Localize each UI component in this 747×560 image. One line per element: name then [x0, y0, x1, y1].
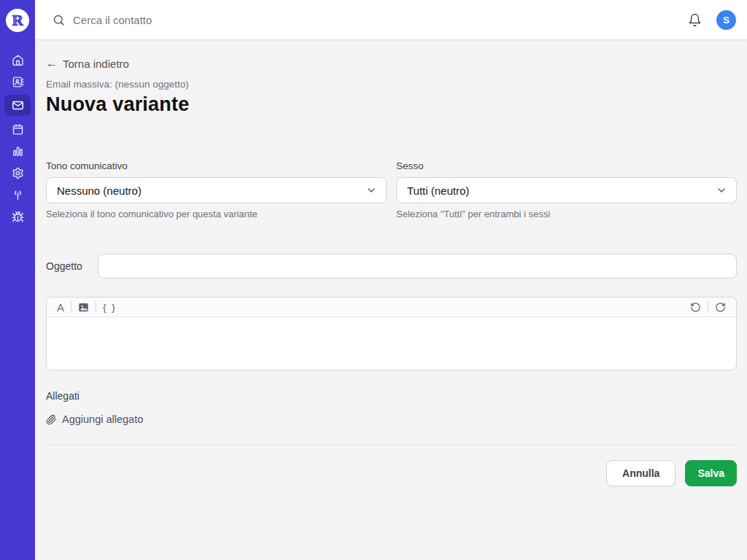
paperclip-icon — [46, 414, 57, 425]
sidebar-item-email[interactable] — [4, 95, 31, 116]
undo-icon — [690, 302, 701, 313]
text-format-button[interactable]: A — [53, 299, 68, 315]
insert-image-button[interactable] — [74, 299, 93, 315]
redo-icon — [715, 302, 726, 313]
gender-field: Sesso Tutti (neutro) Seleziona "Tutti" p… — [396, 160, 737, 219]
subject-field: Oggetto — [46, 254, 737, 279]
calendar-icon — [12, 123, 24, 136]
sidebar-nav — [4, 51, 31, 225]
bell-icon — [688, 13, 702, 27]
sidebar-item-home[interactable] — [4, 51, 31, 69]
search-icon — [53, 14, 65, 26]
app-logo-glyph: ℝ — [12, 12, 23, 28]
sidebar-item-debug[interactable] — [4, 208, 31, 225]
bar-chart-icon — [12, 145, 24, 158]
page-title: Nuova variante — [46, 93, 737, 116]
sidebar-item-contacts[interactable] — [4, 73, 31, 90]
toolbar-history-group — [686, 299, 729, 315]
tone-help-text: Seleziona il tono comunicativo per quest… — [46, 209, 387, 219]
form-actions: Annulla Salva — [46, 460, 737, 486]
envelope-icon — [12, 99, 24, 112]
save-button[interactable]: Salva — [685, 460, 737, 486]
sidebar-item-settings[interactable] — [4, 164, 31, 182]
main-content: ← Torna indietro Email massiva: (nessun … — [35, 0, 747, 486]
text-format-icon: A — [57, 302, 64, 313]
subject-label: Oggetto — [46, 260, 98, 272]
gender-label: Sesso — [396, 160, 737, 171]
notifications-button[interactable] — [688, 13, 702, 27]
back-link-label: Torna indietro — [63, 58, 129, 70]
redo-button[interactable] — [711, 299, 729, 315]
code-braces-icon: { } — [103, 302, 117, 313]
editor-toolbar: A { } — [47, 298, 736, 317]
image-icon — [78, 302, 89, 313]
back-link[interactable]: ← Torna indietro — [46, 58, 129, 70]
undo-button[interactable] — [686, 299, 705, 315]
tone-field: Tono comunicativo Nessuno (neutro) Selez… — [46, 160, 387, 219]
tone-label: Tono comunicativo — [46, 160, 387, 171]
chevron-down-icon — [365, 184, 377, 196]
topbar: S — [35, 0, 747, 40]
home-icon — [12, 54, 24, 66]
insert-token-button[interactable]: { } — [99, 299, 120, 315]
subject-input[interactable] — [98, 254, 737, 279]
search-input[interactable] — [73, 14, 379, 26]
app-logo[interactable]: ℝ — [6, 9, 29, 32]
page-subtitle: Email massiva: (nessun oggetto) — [46, 79, 737, 90]
toolbar-divider — [71, 301, 71, 313]
gender-select-value: Tutti (neutro) — [407, 184, 469, 197]
editor-content[interactable] — [47, 317, 736, 370]
gender-select[interactable]: Tutti (neutro) — [396, 177, 737, 203]
tone-select[interactable]: Nessuno (neutro) — [46, 177, 387, 203]
sidebar: ℝ — [0, 0, 35, 560]
attachments-label: Allegati — [46, 390, 737, 402]
sidebar-item-calendar[interactable] — [4, 120, 31, 138]
sidebar-item-stats[interactable] — [4, 142, 31, 160]
cancel-button[interactable]: Annulla — [606, 460, 676, 486]
body-editor: A { } — [46, 297, 737, 370]
add-attachment-label: Aggiungi allegato — [62, 413, 143, 425]
avatar[interactable]: S — [716, 10, 736, 30]
gear-icon — [12, 167, 24, 179]
add-attachment-button[interactable]: Aggiungi allegato — [46, 413, 143, 425]
search-bar — [53, 14, 688, 26]
antenna-icon — [12, 189, 24, 201]
toolbar-divider — [708, 301, 708, 313]
gender-help-text: Seleziona "Tutti" per entrambi i sessi — [396, 209, 737, 219]
bug-icon — [12, 211, 24, 223]
avatar-initial: S — [723, 15, 729, 26]
arrow-left-icon: ← — [46, 58, 58, 69]
section-divider — [46, 445, 737, 446]
tone-select-value: Nessuno (neutro) — [57, 184, 142, 197]
address-book-icon — [12, 76, 24, 88]
form-grid: Tono comunicativo Nessuno (neutro) Selez… — [46, 160, 737, 219]
sidebar-item-broadcast[interactable] — [4, 186, 31, 203]
toolbar-divider — [96, 301, 96, 313]
chevron-down-icon — [716, 184, 727, 196]
